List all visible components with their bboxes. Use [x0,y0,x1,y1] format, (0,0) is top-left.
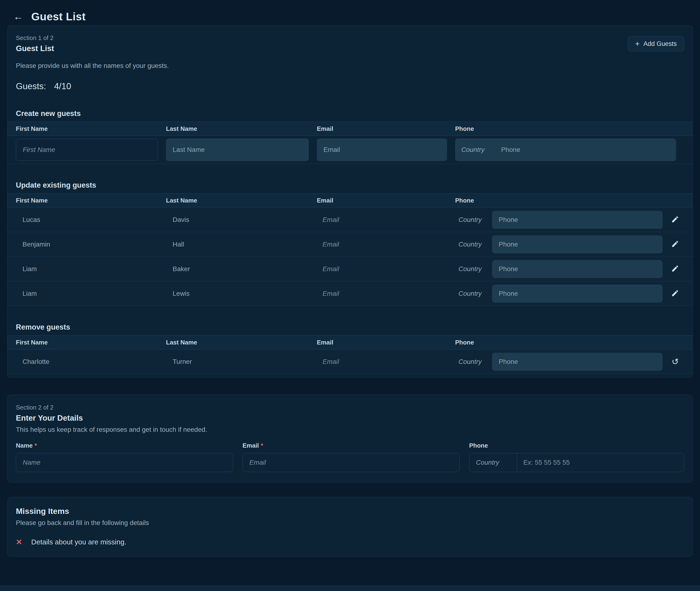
update-table-header: First Name Last Name Email Phone [7,193,693,207]
create-guest-row: Country [7,136,693,164]
guests-count: 4/10 [54,81,71,91]
guest-phone-input[interactable] [492,353,662,371]
col-last-name: Last Name [166,125,317,132]
remove-table-header: First Name Last Name Email Phone [7,335,693,349]
guest-last-name: Davis [166,216,317,223]
section2-label: Section 2 of 2 [16,395,684,411]
phone-label: Phone [469,442,684,449]
new-last-name-input[interactable] [166,138,309,161]
guest-last-name: Lewis [166,290,317,298]
error-x-icon: ✕ [16,538,22,546]
col-phone: Phone [455,339,684,346]
col-first-name: First Name [16,339,166,346]
pencil-icon [671,215,679,224]
required-asterisk: * [35,442,37,449]
missing-items-subtitle: Please go back and fill in the following… [16,519,684,527]
page-header: ← Guest List [0,0,700,24]
guest-first-name: Charlotte [16,358,166,366]
new-email-input[interactable] [317,138,447,161]
section1-card: + Add Guests Section 1 of 2 Guest List P… [7,25,693,378]
edit-guest-button[interactable] [667,261,683,277]
email-label: Email* [242,442,460,449]
back-arrow-icon[interactable]: ← [13,12,23,21]
guest-country-select[interactable]: Country [455,216,482,223]
pencil-icon [671,264,679,273]
col-first-name: First Name [16,197,166,204]
new-first-name-input[interactable] [16,139,158,161]
guest-country-select[interactable]: Country [455,265,482,273]
col-email: Email [317,125,455,132]
your-details-form: Name* Email* Phone Country [7,442,693,472]
new-phone-input[interactable] [501,138,676,161]
missing-item: ✕ Details about you are missing. [16,538,684,546]
col-email: Email [317,339,455,346]
edit-guest-button[interactable] [667,286,683,301]
section1-description: Please provide us with all the names of … [16,62,684,70]
required-asterisk: * [261,442,263,449]
missing-item-text: Details about you are missing. [31,538,126,546]
col-last-name: Last Name [166,339,317,346]
undo-icon: ↺ [672,357,679,366]
guest-last-name: Turner [166,358,317,366]
restore-guest-button[interactable]: ↺ [667,354,683,369]
col-email: Email [317,197,455,204]
missing-items-title: Missing Items [16,497,684,516]
country-select[interactable]: Country [469,453,517,472]
remove-guests-heading: Remove guests [7,323,693,335]
pencil-icon [671,289,679,298]
guest-first-name: Lucas [16,216,166,223]
update-guest-row: Benjamin Hall Country [7,232,693,257]
section2-title: Enter Your Details [16,413,684,422]
update-guest-row: Liam Lewis Country [7,281,693,306]
guest-email-input[interactable] [317,216,433,224]
footer-strip [0,585,700,591]
update-guest-row: Lucas Davis Country [7,207,693,232]
update-guests-heading: Update existing guests [7,181,693,193]
guest-list-page: { "colors": { "error": "#ef5f5f", "requi… [0,0,700,591]
add-guests-button[interactable]: + Add Guests [628,36,684,51]
guest-phone-input[interactable] [492,285,662,303]
name-field[interactable] [16,453,233,472]
guest-phone-input[interactable] [492,260,662,278]
update-guest-row: Liam Baker Country [7,257,693,281]
guest-email-input[interactable] [317,289,433,298]
plus-icon: + [635,40,640,48]
col-first-name: First Name [16,125,166,132]
missing-items-card: Missing Items Please go back and fill in… [7,497,693,557]
guest-email-input[interactable] [317,265,433,273]
guest-first-name: Benjamin [16,241,166,248]
guests-counter: Guests: 4/10 [16,81,684,91]
guest-country-select[interactable]: Country [455,358,482,366]
guest-email-input[interactable] [317,358,433,366]
guest-last-name: Baker [166,265,317,273]
guest-last-name: Hall [166,241,317,248]
guests-label: Guests: [16,81,46,91]
new-country-select[interactable]: Country [455,146,501,153]
guest-phone-input[interactable] [492,236,662,253]
guest-country-select[interactable]: Country [455,290,482,298]
section2-description: This helps us keep track of responses an… [16,426,684,434]
email-field[interactable] [242,453,460,472]
create-guests-heading: Create new guests [7,109,693,122]
add-guests-label: Add Guests [643,40,677,48]
phone-field[interactable] [517,453,684,472]
guest-country-select[interactable]: Country [455,241,482,248]
name-label: Name* [16,442,233,449]
col-phone: Phone [455,125,684,132]
section1-title: Guest List [16,44,684,53]
edit-guest-button[interactable] [667,237,683,252]
section2-card: Section 2 of 2 Enter Your Details This h… [7,395,693,483]
guest-first-name: Liam [16,290,166,298]
phone-group: Country [469,453,684,472]
col-last-name: Last Name [166,197,317,204]
guest-first-name: Liam [16,265,166,273]
edit-guest-button[interactable] [667,212,683,227]
pencil-icon [671,240,679,249]
remove-guest-row: Charlotte Turner Country ↺ [7,349,693,374]
section1-label: Section 1 of 2 [16,25,684,42]
create-table-header: First Name Last Name Email Phone [7,122,693,136]
guest-phone-input[interactable] [492,211,662,229]
guest-email-input[interactable] [317,240,433,248]
col-phone: Phone [455,197,684,204]
new-phone-group: Country [455,138,676,161]
